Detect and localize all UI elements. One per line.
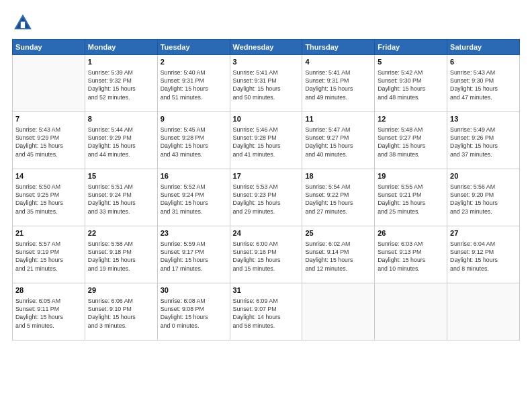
day-number: 22 [88,228,154,238]
week-row-2: 7Sunrise: 5:43 AM Sunset: 9:29 PM Daylig… [13,112,520,169]
day-info: Sunrise: 5:54 AM Sunset: 9:22 PM Dayligh… [305,183,371,216]
day-info: Sunrise: 6:06 AM Sunset: 9:10 PM Dayligh… [88,297,154,330]
day-number: 18 [305,171,371,181]
day-info: Sunrise: 5:43 AM Sunset: 9:30 PM Dayligh… [450,68,517,101]
calendar-cell: 8Sunrise: 5:44 AM Sunset: 9:29 PM Daylig… [85,112,157,169]
day-info: Sunrise: 5:55 AM Sunset: 9:21 PM Dayligh… [378,183,444,216]
calendar-cell: 31Sunrise: 6:09 AM Sunset: 9:07 PM Dayli… [230,283,302,340]
day-info: Sunrise: 5:42 AM Sunset: 9:30 PM Dayligh… [378,68,444,101]
day-number: 7 [15,114,82,124]
day-number: 4 [305,57,371,67]
day-number: 2 [161,57,227,67]
weekday-friday: Friday [375,40,447,55]
day-info: Sunrise: 6:04 AM Sunset: 9:12 PM Dayligh… [450,240,517,273]
calendar-cell: 12Sunrise: 5:48 AM Sunset: 9:27 PM Dayli… [375,112,447,169]
day-info: Sunrise: 6:08 AM Sunset: 9:08 PM Dayligh… [161,297,227,330]
weekday-thursday: Thursday [302,40,375,55]
calendar-cell: 17Sunrise: 5:53 AM Sunset: 9:23 PM Dayli… [230,169,302,226]
day-number: 8 [88,114,154,124]
calendar-cell: 24Sunrise: 6:00 AM Sunset: 9:16 PM Dayli… [230,226,302,283]
day-number: 27 [450,228,517,238]
day-number: 30 [161,285,227,295]
day-number: 9 [161,114,227,124]
day-info: Sunrise: 5:57 AM Sunset: 9:19 PM Dayligh… [15,240,82,273]
calendar-cell: 11Sunrise: 5:47 AM Sunset: 9:27 PM Dayli… [302,112,375,169]
day-number: 24 [233,228,300,238]
week-row-1: 1Sunrise: 5:39 AM Sunset: 9:32 PM Daylig… [13,55,520,112]
day-info: Sunrise: 5:41 AM Sunset: 9:31 PM Dayligh… [233,68,300,101]
calendar-cell: 25Sunrise: 6:02 AM Sunset: 9:14 PM Dayli… [302,226,375,283]
day-info: Sunrise: 5:40 AM Sunset: 9:31 PM Dayligh… [161,68,227,101]
day-info: Sunrise: 5:45 AM Sunset: 9:28 PM Dayligh… [161,126,227,158]
calendar-cell: 13Sunrise: 5:49 AM Sunset: 9:26 PM Dayli… [447,112,520,169]
day-info: Sunrise: 5:48 AM Sunset: 9:27 PM Dayligh… [378,126,444,158]
day-info: Sunrise: 5:59 AM Sunset: 9:17 PM Dayligh… [161,240,227,273]
day-number: 31 [233,285,300,295]
day-info: Sunrise: 5:53 AM Sunset: 9:23 PM Dayligh… [233,183,300,216]
calendar-table: SundayMondayTuesdayWednesdayThursdayFrid… [12,39,520,340]
calendar-cell: 9Sunrise: 5:45 AM Sunset: 9:28 PM Daylig… [157,112,230,169]
day-info: Sunrise: 5:51 AM Sunset: 9:24 PM Dayligh… [88,183,154,216]
day-number: 20 [450,171,517,181]
day-info: Sunrise: 5:44 AM Sunset: 9:29 PM Dayligh… [88,126,154,158]
calendar-cell: 7Sunrise: 5:43 AM Sunset: 9:29 PM Daylig… [13,112,85,169]
day-number: 16 [161,171,227,181]
weekday-monday: Monday [85,40,157,55]
weekday-header-row: SundayMondayTuesdayWednesdayThursdayFrid… [13,40,520,55]
day-number: 5 [378,57,444,67]
logo [12,12,36,34]
logo-icon [12,12,34,34]
day-number: 21 [15,228,82,238]
calendar-cell: 30Sunrise: 6:08 AM Sunset: 9:08 PM Dayli… [157,283,230,340]
calendar-cell [447,283,520,340]
header [12,12,520,34]
day-info: Sunrise: 5:39 AM Sunset: 9:32 PM Dayligh… [88,68,154,101]
calendar-cell [13,55,85,112]
calendar-cell: 23Sunrise: 5:59 AM Sunset: 9:17 PM Dayli… [157,226,230,283]
calendar-cell: 14Sunrise: 5:50 AM Sunset: 9:25 PM Dayli… [13,169,85,226]
day-info: Sunrise: 6:02 AM Sunset: 9:14 PM Dayligh… [305,240,371,273]
day-info: Sunrise: 5:43 AM Sunset: 9:29 PM Dayligh… [15,126,82,158]
calendar-cell: 29Sunrise: 6:06 AM Sunset: 9:10 PM Dayli… [85,283,157,340]
calendar-cell: 27Sunrise: 6:04 AM Sunset: 9:12 PM Dayli… [447,226,520,283]
weekday-sunday: Sunday [13,40,85,55]
day-info: Sunrise: 6:05 AM Sunset: 9:11 PM Dayligh… [15,297,82,330]
day-info: Sunrise: 5:49 AM Sunset: 9:26 PM Dayligh… [450,126,517,158]
day-number: 1 [88,57,154,67]
calendar-cell: 26Sunrise: 6:03 AM Sunset: 9:13 PM Dayli… [375,226,447,283]
day-number: 23 [161,228,227,238]
day-number: 12 [378,114,444,124]
day-info: Sunrise: 5:41 AM Sunset: 9:31 PM Dayligh… [305,68,371,101]
calendar-cell: 10Sunrise: 5:46 AM Sunset: 9:28 PM Dayli… [230,112,302,169]
calendar-cell: 28Sunrise: 6:05 AM Sunset: 9:11 PM Dayli… [13,283,85,340]
calendar-cell [302,283,375,340]
calendar-cell: 4Sunrise: 5:41 AM Sunset: 9:31 PM Daylig… [302,55,375,112]
calendar-cell: 21Sunrise: 5:57 AM Sunset: 9:19 PM Dayli… [13,226,85,283]
week-row-3: 14Sunrise: 5:50 AM Sunset: 9:25 PM Dayli… [13,169,520,226]
svg-rect-2 [21,21,25,28]
day-info: Sunrise: 6:00 AM Sunset: 9:16 PM Dayligh… [233,240,300,273]
calendar-cell: 20Sunrise: 5:56 AM Sunset: 9:20 PM Dayli… [447,169,520,226]
calendar-cell: 3Sunrise: 5:41 AM Sunset: 9:31 PM Daylig… [230,55,302,112]
day-number: 10 [233,114,300,124]
calendar-cell: 5Sunrise: 5:42 AM Sunset: 9:30 PM Daylig… [375,55,447,112]
calendar-cell: 1Sunrise: 5:39 AM Sunset: 9:32 PM Daylig… [85,55,157,112]
day-info: Sunrise: 5:52 AM Sunset: 9:24 PM Dayligh… [161,183,227,216]
week-row-5: 28Sunrise: 6:05 AM Sunset: 9:11 PM Dayli… [13,283,520,340]
day-number: 14 [15,171,82,181]
day-number: 13 [450,114,517,124]
day-info: Sunrise: 5:56 AM Sunset: 9:20 PM Dayligh… [450,183,517,216]
day-number: 26 [378,228,444,238]
day-info: Sunrise: 6:09 AM Sunset: 9:07 PM Dayligh… [233,297,300,330]
day-info: Sunrise: 5:58 AM Sunset: 9:18 PM Dayligh… [88,240,154,273]
calendar-cell: 18Sunrise: 5:54 AM Sunset: 9:22 PM Dayli… [302,169,375,226]
calendar-cell [375,283,447,340]
page: SundayMondayTuesdayWednesdayThursdayFrid… [0,0,532,411]
day-info: Sunrise: 6:03 AM Sunset: 9:13 PM Dayligh… [378,240,444,273]
calendar-cell: 2Sunrise: 5:40 AM Sunset: 9:31 PM Daylig… [157,55,230,112]
calendar-cell: 16Sunrise: 5:52 AM Sunset: 9:24 PM Dayli… [157,169,230,226]
day-number: 19 [378,171,444,181]
day-number: 17 [233,171,300,181]
calendar-cell: 19Sunrise: 5:55 AM Sunset: 9:21 PM Dayli… [375,169,447,226]
weekday-wednesday: Wednesday [230,40,302,55]
